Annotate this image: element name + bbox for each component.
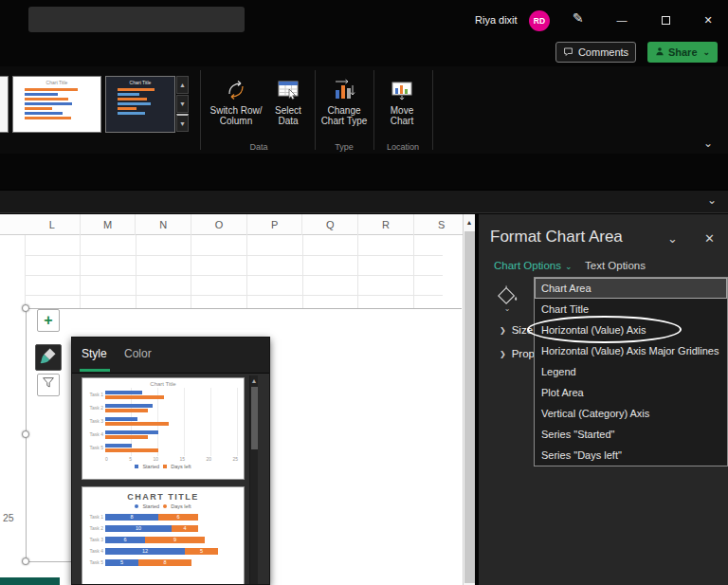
chart-element-option[interactable]: Series "Started" (535, 424, 727, 445)
select-data-button[interactable]: SelectData (266, 76, 310, 126)
selection-handle-mid-left[interactable] (22, 430, 29, 438)
change-chart-type-button[interactable]: ChangeChart Type (319, 76, 369, 126)
share-label: Share (668, 46, 698, 58)
chart-selection-top (26, 308, 462, 309)
flyout-scrollbar-thumb[interactable] (251, 387, 258, 449)
chart-elements-button[interactable]: + (37, 309, 60, 332)
move-chart-icon (389, 78, 415, 102)
format-pane: Format Chart Area ⌄ ✕ Chart Options⌄ Tex… (479, 214, 728, 585)
selection-handle-bottom-left[interactable] (22, 558, 29, 565)
vertical-scrollbar[interactable]: ▲ (463, 214, 475, 585)
scrollbar-thumb[interactable] (464, 231, 475, 583)
scroll-up-arrow[interactable]: ▲ (464, 214, 475, 229)
formula-bar[interactable]: ⌄ (0, 190, 728, 213)
ink-pen-icon[interactable]: ✎ (573, 10, 584, 26)
chart-element-option[interactable]: Plot Area (535, 382, 727, 403)
row-header-25[interactable]: 25 (3, 512, 14, 523)
column-header[interactable]: Q (303, 214, 359, 235)
share-button[interactable]: Share ⌄ (647, 42, 718, 63)
close-button[interactable]: ✕ (696, 9, 720, 31)
pane-options-chevron[interactable]: ⌄ (667, 231, 678, 246)
pane-close-button[interactable]: ✕ (704, 231, 715, 246)
chart-styles-button[interactable] (35, 344, 62, 371)
minimize-button[interactable]: — (610, 9, 634, 31)
legend-label-days-left: Days left (171, 464, 191, 469)
column-headers: LMNOPQRS (0, 214, 463, 235)
chart-style-preview-2[interactable]: CHART TITLE Started Days left Task 186Ta… (82, 486, 245, 585)
user-avatar[interactable]: RD (529, 10, 550, 31)
style-tab-underline (80, 369, 110, 372)
chart-styles-flyout: Style Color Chart Title Task 1Task 2Task… (71, 337, 270, 585)
tab-color[interactable]: Color (124, 347, 152, 360)
move-chart-button[interactable]: MoveChart (379, 76, 425, 126)
mini-bars (106, 85, 174, 115)
chart-style-thumb-partial[interactable] (0, 76, 9, 133)
chart-element-option[interactable]: Horizontal (Value) Axis (535, 320, 727, 340)
share-dropdown-chevron: ⌄ (703, 47, 711, 57)
chart-element-option[interactable]: Vertical (Category) Axis (535, 403, 727, 424)
chart-selection-bottom (26, 561, 71, 562)
legend-dot-started (135, 504, 138, 508)
gallery-more-button[interactable]: ▼ (176, 114, 189, 132)
avatar-initials: RD (534, 16, 545, 26)
excel-window: Riya dixit RD ✎ — ✕ Comments Share ⌄ Cha… (0, 0, 728, 585)
style2-legend: Started Days left (82, 503, 244, 509)
chart-filters-button[interactable] (37, 374, 60, 396)
user-name: Riya dixit (475, 14, 518, 26)
switch-row-column-button[interactable]: Switch Row/Column (209, 76, 264, 126)
chart-style-preview-1[interactable]: Chart Title Task 1Task 2Task 3Task 4Task… (82, 377, 245, 480)
title-bar: Riya dixit RD ✎ — ✕ (0, 0, 728, 38)
chart-element-option[interactable]: Chart Area (535, 278, 727, 299)
column-header[interactable]: M (81, 214, 136, 235)
formula-bar-expand-chevron[interactable]: ⌄ (707, 193, 717, 207)
chart-element-option[interactable]: Chart Title (535, 299, 727, 320)
column-header[interactable]: P (247, 214, 303, 235)
section-size[interactable]: ❯Size (500, 324, 533, 336)
column-header[interactable]: L (25, 214, 81, 235)
maximize-button[interactable] (653, 9, 678, 31)
ribbon-gap (0, 154, 728, 190)
comments-button[interactable]: Comments (555, 42, 636, 63)
legend-swatch-days-left (163, 465, 167, 468)
chart-element-option[interactable]: Horizontal (Value) Axis Major Gridlines (535, 340, 727, 361)
style1-plot: Task 1Task 2Task 3Task 4Task 5 (84, 388, 240, 454)
pane-title: Format Chart Area (490, 228, 623, 247)
chart-style-thumb-dark[interactable]: Chart Title (105, 76, 175, 133)
ribbon: Chart Title Chart Title (0, 66, 728, 154)
legend-label-started: Started (142, 503, 159, 509)
style1-ticks: 0510152025 (82, 456, 244, 462)
gallery-down-button[interactable]: ▼ (176, 95, 189, 113)
comments-label: Comments (578, 46, 628, 58)
style2-plot: Task 186Task 2104Task 369Task 4125Task 5… (82, 511, 244, 568)
funnel-icon (41, 375, 56, 394)
chart-elements-dropdown: Chart AreaChart TitleHorizontal (Value) … (534, 277, 728, 466)
column-header[interactable]: O (191, 214, 247, 235)
tab-text-options[interactable]: Text Options (585, 260, 646, 271)
column-header[interactable]: S (414, 214, 470, 235)
preview2-title: CHART TITLE (82, 492, 244, 502)
expand-chevron-icon: ❯ (500, 326, 506, 335)
flyout-scrollbar[interactable]: ▲ (249, 375, 258, 584)
group-label-location: Location (375, 142, 430, 152)
chart-element-option[interactable]: Legend (535, 361, 727, 382)
flyout-scroll-up[interactable]: ▲ (250, 375, 258, 385)
expand-chevron-icon: ❯ (500, 350, 506, 358)
ribbon-collapse-chevron[interactable]: ⌄ (703, 137, 713, 150)
column-header[interactable]: N (136, 214, 191, 235)
column-header[interactable]: R (358, 214, 414, 235)
fill-bucket-icon[interactable]: ⌄ (496, 284, 519, 312)
chart-element-option[interactable]: Series "Days left" (535, 445, 727, 466)
tab-chart-options[interactable]: Chart Options⌄ (494, 260, 573, 271)
chart-style-thumb-light[interactable]: Chart Title (12, 76, 101, 133)
tab-style[interactable]: Style (82, 347, 107, 360)
flyout-header: Style Color (72, 338, 269, 374)
mini-bars (13, 85, 100, 119)
gallery-up-button[interactable]: ▲ (176, 76, 189, 94)
ribbon-separator (432, 70, 433, 150)
select-data-icon (275, 78, 301, 102)
legend-dot-days-left (163, 504, 167, 508)
title-document-box[interactable] (28, 7, 245, 32)
selection-handle-top-left[interactable] (22, 304, 29, 312)
change-chart-type-icon (331, 78, 357, 102)
switch-row-column-icon (223, 78, 249, 102)
